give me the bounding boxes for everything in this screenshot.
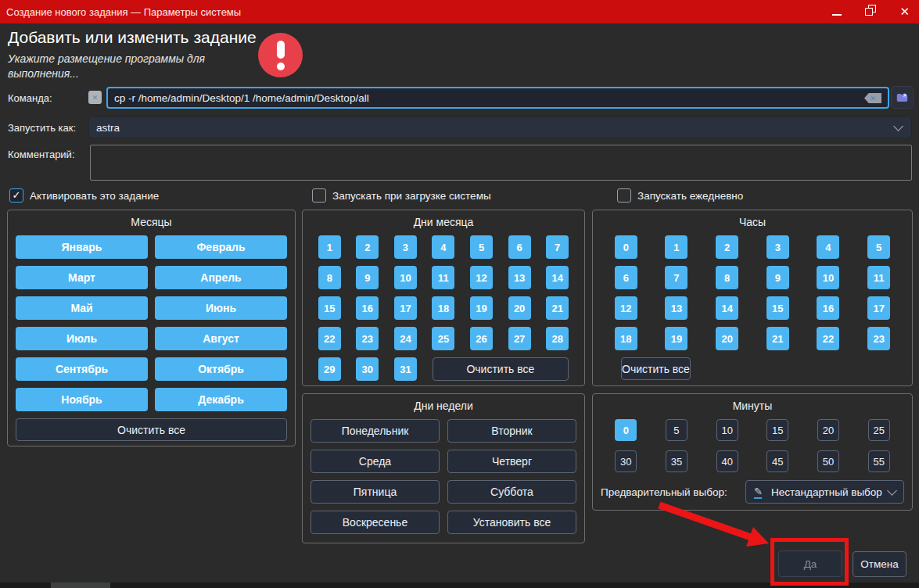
month-day-button[interactable]: 9 [356,266,379,289]
minute-button[interactable]: 10 [716,419,738,441]
hour-button[interactable]: 17 [867,296,890,320]
minute-button[interactable]: 15 [766,419,788,441]
month-day-button[interactable]: 14 [546,266,569,289]
month-button[interactable]: Май [16,296,148,320]
clear-months-button[interactable]: Очистить все [16,418,287,441]
restore-button[interactable] [865,5,876,19]
close-button[interactable]: ✕ [899,5,910,19]
month-day-button[interactable]: 3 [394,235,417,259]
checkbox-run-daily[interactable]: Запускать ежедневно [617,188,743,203]
month-day-button[interactable]: 21 [546,296,569,320]
month-button[interactable]: Октябрь [155,357,287,381]
command-input[interactable] [108,92,888,104]
month-day-button[interactable]: 27 [508,327,531,350]
weekday-button[interactable]: Пятница [311,480,440,504]
weekday-button[interactable]: Среда [311,450,440,473]
minute-button[interactable]: 20 [817,419,839,441]
month-day-button[interactable]: 12 [470,266,493,289]
hour-button[interactable]: 7 [665,266,687,289]
weekday-button[interactable]: Четверг [447,450,576,473]
hour-button[interactable]: 4 [817,235,839,259]
browse-button[interactable] [891,86,914,109]
month-day-button[interactable]: 7 [546,235,569,259]
month-day-button[interactable]: 22 [318,327,341,350]
month-day-button[interactable]: 10 [394,266,417,289]
ok-button[interactable]: Да [778,550,842,577]
hour-button[interactable]: 9 [766,266,789,289]
clear-hours-button[interactable]: Очистить все [621,357,691,380]
month-button[interactable]: Июль [16,327,148,350]
hour-button[interactable]: 22 [817,327,839,350]
month-button[interactable]: Сентябрь [16,357,148,381]
hour-button[interactable]: 19 [665,327,687,350]
hour-button[interactable]: 3 [766,235,789,259]
month-day-button[interactable]: 29 [318,357,341,381]
month-day-button[interactable]: 5 [470,235,493,259]
hour-button[interactable]: 6 [615,266,637,289]
clear-month-days-button[interactable]: Очистить все [433,357,569,381]
weekday-button[interactable]: Суббота [447,480,576,504]
month-day-button[interactable]: 16 [356,296,379,320]
minute-button[interactable]: 50 [817,450,839,472]
month-button[interactable]: Июнь [155,296,287,320]
hour-button[interactable]: 23 [867,327,890,350]
month-day-button[interactable]: 23 [356,327,379,350]
minute-button[interactable]: 40 [716,450,738,472]
hour-button[interactable]: 12 [615,296,637,320]
minute-button[interactable]: 25 [868,419,890,441]
month-day-button[interactable]: 11 [432,266,454,289]
month-day-button[interactable]: 4 [432,235,454,259]
month-day-button[interactable]: 17 [394,296,417,320]
minute-button[interactable]: 30 [615,450,637,472]
month-day-button[interactable]: 6 [508,235,531,259]
month-day-button[interactable]: 13 [508,266,531,289]
month-day-button[interactable]: 31 [394,357,417,381]
minute-button[interactable]: 55 [868,450,890,472]
hour-button[interactable]: 0 [615,235,637,259]
month-day-button[interactable]: 15 [318,296,341,320]
hour-button[interactable]: 16 [817,296,839,320]
preset-select[interactable]: ✎ Нестандартный выбор [745,480,904,504]
month-day-button[interactable]: 25 [432,327,454,350]
month-button[interactable]: Ноябрь [16,388,148,411]
month-day-button[interactable]: 1 [318,235,341,259]
month-day-button[interactable]: 24 [394,327,417,350]
cancel-button[interactable]: Отмена [853,551,906,577]
weekday-button[interactable]: Вторник [447,419,576,443]
month-button[interactable]: Август [155,327,287,350]
hour-button[interactable]: 15 [766,296,789,320]
checkbox-activate-task[interactable]: Активировать это задание [9,188,159,203]
month-button[interactable]: Апрель [155,266,287,289]
month-button[interactable]: Февраль [155,235,287,259]
month-button[interactable]: Март [16,266,148,289]
month-button[interactable]: Январь [16,235,148,259]
hour-button[interactable]: 10 [817,266,839,289]
comment-textarea[interactable] [90,145,912,181]
minute-button[interactable]: 5 [666,419,687,441]
checkbox-run-at-boot[interactable]: Запускать при загрузке системы [312,188,491,203]
run-as-select[interactable]: astra [88,117,912,138]
month-day-button[interactable]: 18 [432,296,454,320]
month-day-button[interactable]: 28 [546,327,569,350]
weekday-button[interactable]: Понедельник [311,419,440,443]
hour-button[interactable]: 20 [716,327,738,350]
hour-button[interactable]: 13 [665,296,687,320]
minute-button[interactable]: 45 [766,450,788,472]
hour-button[interactable]: 1 [665,235,687,259]
hour-button[interactable]: 18 [615,327,637,350]
month-day-button[interactable]: 8 [318,266,341,289]
hour-button[interactable]: 14 [716,296,738,320]
hour-button[interactable]: 2 [716,235,738,259]
set-all-weekdays-button[interactable]: Установить все [447,511,576,534]
hour-button[interactable]: 5 [867,235,890,259]
month-day-button[interactable]: 2 [356,235,379,259]
hour-button[interactable]: 11 [867,266,890,289]
month-button[interactable]: Декабрь [155,388,287,411]
minute-button[interactable]: 35 [666,450,687,472]
month-day-button[interactable]: 20 [508,296,531,320]
hour-button[interactable]: 21 [766,327,789,350]
hour-button[interactable]: 8 [716,266,738,289]
weekday-button[interactable]: Воскресенье [311,511,440,534]
minimize-button[interactable] [832,5,842,19]
month-day-button[interactable]: 30 [356,357,379,381]
